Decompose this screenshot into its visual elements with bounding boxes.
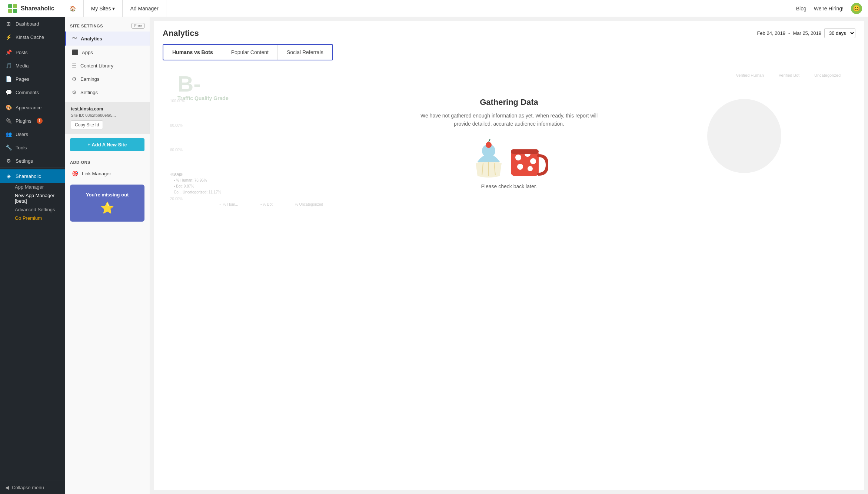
svg-rect-17 xyxy=(511,149,539,154)
top-navigation: Shareaholic 🏠 My Sites ▾ Ad Manager Blog… xyxy=(0,0,868,17)
plugins-badge: 1 xyxy=(37,118,43,124)
sidebar-item-label: Dashboard xyxy=(16,21,39,27)
svg-rect-2 xyxy=(8,9,12,13)
sidebar-item-label: Pages xyxy=(16,76,29,82)
sidebar-item-label: Shareaholic xyxy=(16,173,41,179)
appearance-icon: 🎨 xyxy=(5,105,12,110)
chevron-down-icon: ▾ xyxy=(112,6,115,11)
sidebar-item-media[interactable]: 🎵 Media xyxy=(0,59,65,72)
plugins-icon: 🔌 xyxy=(5,118,12,124)
site-info: test.kinsta.com Site ID: 0862fb680efa5..… xyxy=(65,102,150,134)
sidebar-item-dashboard[interactable]: ⊞ Dashboard xyxy=(0,17,65,30)
gathering-later-text: Please check back later. xyxy=(416,183,602,189)
logo-text: Shareaholic xyxy=(21,5,54,12)
date-to: Mar 25, 2019 xyxy=(793,30,821,36)
comments-icon: 💬 xyxy=(5,89,12,95)
collapse-menu-button[interactable]: ◀ Collapse menu xyxy=(0,481,65,494)
blog-link[interactable]: Blog xyxy=(796,6,807,11)
analytics-page-title: Analytics xyxy=(163,29,199,38)
my-sites-label: My Sites xyxy=(91,6,111,11)
date-range-select[interactable]: 30 days 7 days 90 days xyxy=(824,28,855,38)
panel-nav-apps[interactable]: ⬛ Apps xyxy=(65,46,150,59)
tab-popular-content-label: Popular Content xyxy=(231,49,269,55)
settings-nav-icon: ⚙ xyxy=(72,89,77,95)
uncategorized-label: Uncategorized xyxy=(814,73,841,77)
tab-popular-content[interactable]: Popular Content xyxy=(222,45,278,60)
missing-out-promo[interactable]: You're missing out ⭐ xyxy=(70,185,144,222)
sidebar-sub-advanced-settings[interactable]: Advanced Settings xyxy=(0,205,65,214)
missing-out-star-icon: ⭐ xyxy=(100,201,114,214)
sidebar-item-posts[interactable]: 📌 Posts xyxy=(0,46,65,59)
sidebar-sub-go-premium[interactable]: Go Premium xyxy=(0,214,65,222)
sidebar-item-settings[interactable]: ⚙ Settings xyxy=(0,154,65,168)
panel-header-title: SITE SETTINGS xyxy=(70,24,103,28)
sidebar-item-comments[interactable]: 💬 Comments xyxy=(0,86,65,99)
sidebar-sub-app-manager[interactable]: App Manager xyxy=(0,183,65,191)
tab-humans-vs-bots[interactable]: Humans vs Bots xyxy=(163,45,222,60)
earnings-nav-icon: ⚙ xyxy=(72,76,77,82)
users-icon: 👥 xyxy=(5,131,12,137)
chart-top-labels: Verified Human Verified Bot Uncategorize… xyxy=(736,73,841,77)
sidebar-sub-new-app-manager[interactable]: New App Manager [beta] xyxy=(0,191,65,205)
sidebar-item-shareaholic[interactable]: ◈ Shareaholic xyxy=(0,169,65,183)
tab-social-referrals-label: Social Referrals xyxy=(287,49,323,55)
analytics-nav-label: Analytics xyxy=(81,36,102,42)
verified-human-label: Verified Human xyxy=(736,73,764,77)
wordpress-sidebar: ⊞ Dashboard ⚡ Kinsta Cache 📌 Posts 🎵 Med… xyxy=(0,17,65,494)
panel-nav-analytics[interactable]: 〜 Analytics xyxy=(65,32,150,46)
logo-area[interactable]: Shareaholic xyxy=(0,0,62,17)
percent-bottom-labels: → % Hum... • % Bot % Uncategorized xyxy=(218,202,323,206)
avatar-emoji: 😊 xyxy=(853,5,860,12)
copy-site-id-button[interactable]: Copy Site Id xyxy=(71,120,103,129)
tab-humans-vs-bots-label: Humans vs Bots xyxy=(172,49,213,55)
ad-manager-label: Ad Manager xyxy=(130,6,158,11)
svg-point-15 xyxy=(517,164,523,170)
ad-manager-nav-item[interactable]: Ad Manager xyxy=(123,0,166,17)
analytics-nav-icon: 〜 xyxy=(72,35,77,42)
content-library-nav-icon: ☰ xyxy=(72,63,77,69)
sidebar-item-tools[interactable]: 🔧 Tools xyxy=(0,141,65,154)
my-sites-nav-item[interactable]: My Sites ▾ xyxy=(84,0,123,17)
add-new-site-button[interactable]: + Add A New Site xyxy=(70,138,144,151)
svg-rect-1 xyxy=(13,4,17,8)
sidebar-item-pages[interactable]: 📄 Pages xyxy=(0,72,65,86)
content-area: SITE SETTINGS Free 〜 Analytics ⬛ Apps ☰ … xyxy=(65,17,868,494)
tab-social-referrals[interactable]: Social Referrals xyxy=(278,45,332,60)
shareaholic-logo-icon xyxy=(7,3,18,14)
svg-rect-3 xyxy=(13,9,17,13)
sidebar-item-label: Tools xyxy=(16,145,27,150)
site-url: test.kinsta.com xyxy=(71,106,144,112)
user-avatar[interactable]: 😊 xyxy=(851,3,862,14)
date-from: Feb 24, 2019 xyxy=(757,30,785,36)
verified-bot-label: Verified Bot xyxy=(779,73,799,77)
date-range-picker: Feb 24, 2019 - Mar 25, 2019 30 days 7 da… xyxy=(757,28,855,38)
hiring-link[interactable]: We're Hiring! xyxy=(814,6,844,11)
panel-nav-settings[interactable]: ⚙ Settings xyxy=(65,86,150,99)
gathering-data-area: B- Traffic Quality Grade Verified Human … xyxy=(163,69,855,218)
mug-svg xyxy=(507,135,548,180)
cupcake-svg xyxy=(470,135,507,180)
sidebar-item-users[interactable]: 👥 Users xyxy=(0,127,65,141)
panel-header: SITE SETTINGS Free xyxy=(65,17,150,32)
sidebar-item-plugins[interactable]: 🔌 Plugins 1 xyxy=(0,114,65,127)
analytics-header: Analytics Feb 24, 2019 - Mar 25, 2019 30… xyxy=(163,28,855,38)
panel-nav-link-manager[interactable]: 🎯 Link Manager xyxy=(65,167,150,180)
sidebar-item-label: Posts xyxy=(16,50,28,55)
panel-nav-earnings[interactable]: ⚙ Earnings xyxy=(65,72,150,86)
home-nav-item[interactable]: 🏠 xyxy=(62,0,84,17)
svg-point-6 xyxy=(486,142,492,148)
sidebar-section-shareaholic: ◈ Shareaholic App Manager New App Manage… xyxy=(0,168,65,222)
sidebar-item-kinsta-cache[interactable]: ⚡ Kinsta Cache xyxy=(0,30,65,44)
settings-icon: ⚙ xyxy=(5,158,12,164)
site-id-label: Site ID: xyxy=(71,113,84,117)
addons-section-title: ADD-ONS xyxy=(65,156,150,167)
shareaholic-icon: ◈ xyxy=(5,173,12,179)
sidebar-item-label: Kinsta Cache xyxy=(16,34,44,40)
svg-line-7 xyxy=(489,139,490,142)
panel-nav-content-library[interactable]: ☰ Content Library xyxy=(65,59,150,72)
sidebar-item-label: Users xyxy=(16,132,28,137)
chart-tooltip: 9 Apr • % Human: 78.96% • Bot: 9.87% Co.… xyxy=(174,172,221,195)
sidebar-item-appearance[interactable]: 🎨 Appearance xyxy=(0,101,65,114)
sidebar-item-label: Plugins xyxy=(16,118,31,124)
svg-point-16 xyxy=(528,166,533,171)
